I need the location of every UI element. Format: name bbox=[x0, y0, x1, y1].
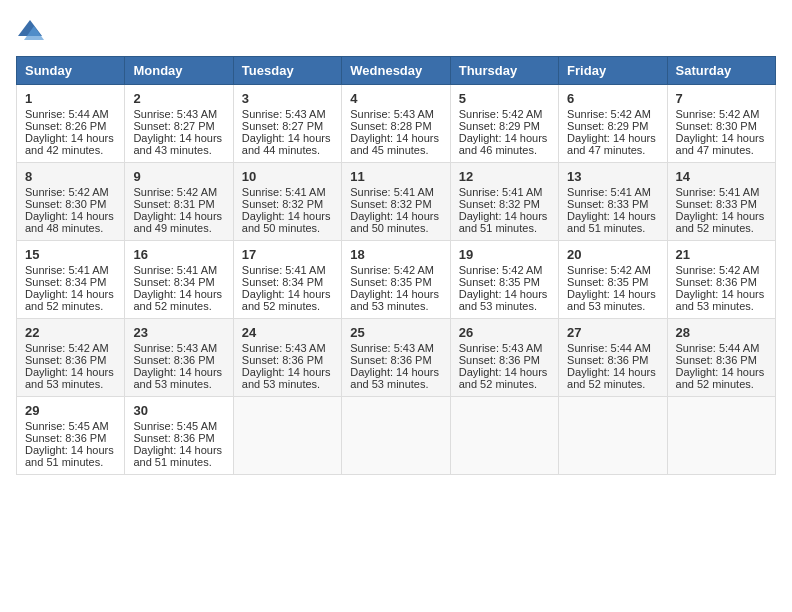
daylight-label: Daylight: 14 hours and 50 minutes. bbox=[350, 210, 439, 234]
sunrise-label: Sunrise: 5:41 AM bbox=[242, 186, 326, 198]
sunset-label: Sunset: 8:36 PM bbox=[676, 354, 757, 366]
sunrise-label: Sunrise: 5:41 AM bbox=[676, 186, 760, 198]
calendar-day-16: 16 Sunrise: 5:41 AM Sunset: 8:34 PM Dayl… bbox=[125, 241, 233, 319]
calendar-empty-cell bbox=[450, 397, 558, 475]
daylight-label: Daylight: 14 hours and 51 minutes. bbox=[25, 444, 114, 468]
day-number: 14 bbox=[676, 169, 767, 184]
calendar-day-2: 2 Sunrise: 5:43 AM Sunset: 8:27 PM Dayli… bbox=[125, 85, 233, 163]
sunrise-label: Sunrise: 5:44 AM bbox=[567, 342, 651, 354]
day-number: 19 bbox=[459, 247, 550, 262]
sunrise-label: Sunrise: 5:43 AM bbox=[242, 342, 326, 354]
day-number: 25 bbox=[350, 325, 441, 340]
day-header-sunday: Sunday bbox=[17, 57, 125, 85]
daylight-label: Daylight: 14 hours and 53 minutes. bbox=[567, 288, 656, 312]
day-number: 4 bbox=[350, 91, 441, 106]
calendar-day-27: 27 Sunrise: 5:44 AM Sunset: 8:36 PM Dayl… bbox=[559, 319, 667, 397]
day-number: 20 bbox=[567, 247, 658, 262]
calendar-day-12: 12 Sunrise: 5:41 AM Sunset: 8:32 PM Dayl… bbox=[450, 163, 558, 241]
daylight-label: Daylight: 14 hours and 44 minutes. bbox=[242, 132, 331, 156]
day-number: 22 bbox=[25, 325, 116, 340]
daylight-label: Daylight: 14 hours and 48 minutes. bbox=[25, 210, 114, 234]
day-number: 29 bbox=[25, 403, 116, 418]
calendar-week-row: 8 Sunrise: 5:42 AM Sunset: 8:30 PM Dayli… bbox=[17, 163, 776, 241]
daylight-label: Daylight: 14 hours and 47 minutes. bbox=[676, 132, 765, 156]
sunset-label: Sunset: 8:29 PM bbox=[459, 120, 540, 132]
day-number: 18 bbox=[350, 247, 441, 262]
sunset-label: Sunset: 8:36 PM bbox=[133, 432, 214, 444]
calendar-week-row: 29 Sunrise: 5:45 AM Sunset: 8:36 PM Dayl… bbox=[17, 397, 776, 475]
calendar-table: SundayMondayTuesdayWednesdayThursdayFrid… bbox=[16, 56, 776, 475]
sunset-label: Sunset: 8:35 PM bbox=[567, 276, 648, 288]
sunrise-label: Sunrise: 5:42 AM bbox=[133, 186, 217, 198]
daylight-label: Daylight: 14 hours and 52 minutes. bbox=[676, 210, 765, 234]
day-number: 24 bbox=[242, 325, 333, 340]
sunrise-label: Sunrise: 5:42 AM bbox=[676, 108, 760, 120]
day-number: 30 bbox=[133, 403, 224, 418]
sunset-label: Sunset: 8:29 PM bbox=[567, 120, 648, 132]
sunrise-label: Sunrise: 5:45 AM bbox=[133, 420, 217, 432]
sunrise-label: Sunrise: 5:42 AM bbox=[350, 264, 434, 276]
sunrise-label: Sunrise: 5:42 AM bbox=[459, 264, 543, 276]
sunrise-label: Sunrise: 5:42 AM bbox=[676, 264, 760, 276]
daylight-label: Daylight: 14 hours and 45 minutes. bbox=[350, 132, 439, 156]
sunset-label: Sunset: 8:36 PM bbox=[242, 354, 323, 366]
calendar-day-11: 11 Sunrise: 5:41 AM Sunset: 8:32 PM Dayl… bbox=[342, 163, 450, 241]
day-number: 26 bbox=[459, 325, 550, 340]
daylight-label: Daylight: 14 hours and 53 minutes. bbox=[350, 288, 439, 312]
day-header-saturday: Saturday bbox=[667, 57, 775, 85]
daylight-label: Daylight: 14 hours and 51 minutes. bbox=[459, 210, 548, 234]
day-number: 27 bbox=[567, 325, 658, 340]
sunset-label: Sunset: 8:27 PM bbox=[133, 120, 214, 132]
sunset-label: Sunset: 8:36 PM bbox=[133, 354, 214, 366]
sunrise-label: Sunrise: 5:42 AM bbox=[567, 264, 651, 276]
day-number: 16 bbox=[133, 247, 224, 262]
calendar-day-8: 8 Sunrise: 5:42 AM Sunset: 8:30 PM Dayli… bbox=[17, 163, 125, 241]
calendar-week-row: 15 Sunrise: 5:41 AM Sunset: 8:34 PM Dayl… bbox=[17, 241, 776, 319]
calendar-day-3: 3 Sunrise: 5:43 AM Sunset: 8:27 PM Dayli… bbox=[233, 85, 341, 163]
day-number: 8 bbox=[25, 169, 116, 184]
daylight-label: Daylight: 14 hours and 52 minutes. bbox=[133, 288, 222, 312]
calendar-day-19: 19 Sunrise: 5:42 AM Sunset: 8:35 PM Dayl… bbox=[450, 241, 558, 319]
sunset-label: Sunset: 8:34 PM bbox=[133, 276, 214, 288]
sunset-label: Sunset: 8:30 PM bbox=[25, 198, 106, 210]
calendar-day-9: 9 Sunrise: 5:42 AM Sunset: 8:31 PM Dayli… bbox=[125, 163, 233, 241]
sunrise-label: Sunrise: 5:42 AM bbox=[567, 108, 651, 120]
calendar-day-4: 4 Sunrise: 5:43 AM Sunset: 8:28 PM Dayli… bbox=[342, 85, 450, 163]
sunrise-label: Sunrise: 5:41 AM bbox=[133, 264, 217, 276]
day-number: 9 bbox=[133, 169, 224, 184]
sunset-label: Sunset: 8:31 PM bbox=[133, 198, 214, 210]
sunset-label: Sunset: 8:33 PM bbox=[676, 198, 757, 210]
sunrise-label: Sunrise: 5:41 AM bbox=[350, 186, 434, 198]
daylight-label: Daylight: 14 hours and 51 minutes. bbox=[567, 210, 656, 234]
sunset-label: Sunset: 8:33 PM bbox=[567, 198, 648, 210]
sunset-label: Sunset: 8:36 PM bbox=[459, 354, 540, 366]
calendar-day-21: 21 Sunrise: 5:42 AM Sunset: 8:36 PM Dayl… bbox=[667, 241, 775, 319]
calendar-day-7: 7 Sunrise: 5:42 AM Sunset: 8:30 PM Dayli… bbox=[667, 85, 775, 163]
daylight-label: Daylight: 14 hours and 47 minutes. bbox=[567, 132, 656, 156]
calendar-day-28: 28 Sunrise: 5:44 AM Sunset: 8:36 PM Dayl… bbox=[667, 319, 775, 397]
calendar-day-5: 5 Sunrise: 5:42 AM Sunset: 8:29 PM Dayli… bbox=[450, 85, 558, 163]
sunset-label: Sunset: 8:32 PM bbox=[242, 198, 323, 210]
calendar-header-row: SundayMondayTuesdayWednesdayThursdayFrid… bbox=[17, 57, 776, 85]
sunset-label: Sunset: 8:30 PM bbox=[676, 120, 757, 132]
day-header-friday: Friday bbox=[559, 57, 667, 85]
day-number: 10 bbox=[242, 169, 333, 184]
page-header bbox=[16, 16, 776, 44]
daylight-label: Daylight: 14 hours and 52 minutes. bbox=[676, 366, 765, 390]
daylight-label: Daylight: 14 hours and 52 minutes. bbox=[242, 288, 331, 312]
sunrise-label: Sunrise: 5:41 AM bbox=[459, 186, 543, 198]
calendar-day-22: 22 Sunrise: 5:42 AM Sunset: 8:36 PM Dayl… bbox=[17, 319, 125, 397]
sunset-label: Sunset: 8:36 PM bbox=[350, 354, 431, 366]
sunrise-label: Sunrise: 5:41 AM bbox=[242, 264, 326, 276]
sunset-label: Sunset: 8:36 PM bbox=[676, 276, 757, 288]
day-number: 21 bbox=[676, 247, 767, 262]
day-number: 3 bbox=[242, 91, 333, 106]
calendar-day-30: 30 Sunrise: 5:45 AM Sunset: 8:36 PM Dayl… bbox=[125, 397, 233, 475]
sunset-label: Sunset: 8:28 PM bbox=[350, 120, 431, 132]
sunrise-label: Sunrise: 5:41 AM bbox=[25, 264, 109, 276]
sunset-label: Sunset: 8:32 PM bbox=[350, 198, 431, 210]
calendar-day-20: 20 Sunrise: 5:42 AM Sunset: 8:35 PM Dayl… bbox=[559, 241, 667, 319]
calendar-day-17: 17 Sunrise: 5:41 AM Sunset: 8:34 PM Dayl… bbox=[233, 241, 341, 319]
day-number: 15 bbox=[25, 247, 116, 262]
daylight-label: Daylight: 14 hours and 53 minutes. bbox=[676, 288, 765, 312]
